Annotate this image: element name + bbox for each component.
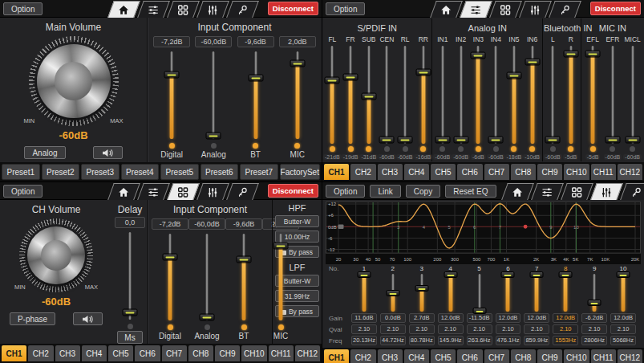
slider-handle[interactable] (325, 76, 340, 84)
copy-button[interactable]: Copy (406, 185, 440, 198)
eq-qval-value[interactable]: 2.10 (409, 324, 435, 334)
slider-handle[interactable] (530, 271, 544, 278)
eq-gain-value[interactable]: 11.6dB (351, 313, 377, 323)
slider-handle[interactable] (357, 271, 371, 278)
eq-gain-value[interactable]: 12.0dB (438, 313, 464, 323)
eq-band-slider[interactable] (531, 274, 542, 312)
slider-handle[interactable] (415, 68, 431, 75)
slider-handle[interactable] (163, 253, 178, 260)
ch-tab-ch12[interactable]: CH12 (295, 345, 320, 361)
tab-key[interactable] (620, 183, 644, 200)
ch-tab-ch8[interactable]: CH8 (511, 164, 536, 180)
slider-handle[interactable] (123, 309, 138, 316)
tab-mixer[interactable] (531, 183, 564, 200)
ch-tab-ch5[interactable]: CH5 (431, 349, 456, 363)
eq-freq-value[interactable]: 80.78Hz (409, 336, 435, 345)
input-gain-slider[interactable] (164, 234, 176, 320)
input-gain-value[interactable]: 2,0dB (279, 36, 316, 47)
preset-button-preset7[interactable]: Preset7 (240, 164, 278, 180)
eq-qval-value[interactable]: 2.10 (524, 324, 549, 334)
tab-home[interactable] (430, 1, 463, 18)
reset-eq-button[interactable]: Reset EQ (445, 185, 496, 198)
preset-button-preset1[interactable]: Preset1 (2, 164, 40, 180)
ch-tab-ch11[interactable]: CH11 (591, 349, 616, 363)
tab-grid[interactable] (561, 183, 593, 200)
slider-handle[interactable] (435, 137, 450, 144)
eq-band-slider[interactable] (502, 274, 513, 312)
input-gain-value[interactable]: -7,2dB (152, 218, 188, 230)
tab-mixer[interactable] (137, 183, 170, 200)
eq-freq-value[interactable]: 1553Hz (553, 336, 578, 345)
eq-band-slider[interactable] (589, 274, 600, 312)
delay-slider[interactable] (124, 232, 136, 320)
preset-button-preset2[interactable]: Preset2 (42, 164, 80, 180)
input-gain-slider[interactable] (200, 234, 213, 320)
eq-band-slider[interactable] (416, 274, 427, 312)
tab-mixer[interactable] (460, 1, 492, 18)
tab-home[interactable] (107, 1, 140, 18)
eq-qval-value[interactable]: 2.10 (553, 324, 578, 334)
tab-grid[interactable] (167, 1, 200, 18)
slider-handle[interactable] (453, 137, 468, 144)
slider-handle[interactable] (273, 243, 289, 250)
ch-tab-ch4[interactable]: CH4 (404, 164, 429, 180)
ch-tab-ch6[interactable]: CH6 (457, 349, 482, 363)
slider-handle[interactable] (206, 132, 221, 139)
ch-tab-ch3[interactable]: CH3 (378, 349, 403, 363)
slider-handle[interactable] (506, 71, 521, 79)
eq-gain-value[interactable]: 12.0dB (496, 313, 521, 323)
slider-handle[interactable] (343, 73, 358, 80)
preset-button-preset6[interactable]: Preset6 (200, 164, 239, 180)
ch-tab-ch2[interactable]: CH2 (350, 164, 375, 180)
tab-mixer[interactable] (137, 1, 170, 18)
eq-qval-value[interactable]: 2.10 (496, 324, 521, 334)
eq-gain-value[interactable]: -11.5dB (467, 313, 492, 323)
slider-handle[interactable] (398, 137, 413, 144)
input-gain-value[interactable]: -9,6dB (237, 36, 274, 47)
ch-tab-ch8[interactable]: CH8 (188, 345, 213, 361)
preset-button-preset4[interactable]: Preset4 (121, 164, 160, 180)
eq-freq-value[interactable]: 859.9Hz (524, 336, 549, 345)
ch-tab-ch9[interactable]: CH9 (537, 349, 562, 363)
eq-band-slider[interactable] (618, 274, 629, 312)
eq-freq-value[interactable]: 2806Hz (581, 336, 607, 345)
hpf-type-button[interactable]: Butter-W (275, 215, 319, 227)
eq-qval-value[interactable]: 2.10 (351, 324, 377, 334)
slider-handle[interactable] (545, 137, 561, 144)
tab-home[interactable] (501, 183, 534, 200)
channel-level-slider[interactable] (547, 46, 558, 144)
channel-level-slider[interactable] (527, 46, 538, 144)
option-button[interactable]: Option (326, 185, 365, 198)
input-gain-value[interactable]: -60,0dB (195, 36, 232, 47)
main-volume-knob[interactable]: MIN MAX (29, 36, 119, 126)
eq-band-slider[interactable] (560, 274, 571, 312)
ch-tab-ch7[interactable]: CH7 (162, 345, 187, 361)
slider-handle[interactable] (605, 137, 620, 144)
ch-tab-ch10[interactable]: CH10 (241, 345, 266, 361)
channel-level-slider[interactable] (381, 46, 392, 144)
ch-tab-ch10[interactable]: CH10 (564, 164, 589, 180)
ch-tab-ch4[interactable]: CH4 (82, 345, 107, 361)
ch-volume-knob[interactable]: MIN MAX (19, 218, 93, 292)
ch-tab-ch9[interactable]: CH9 (215, 345, 240, 361)
slider-handle[interactable] (164, 71, 180, 79)
slider-handle[interactable] (563, 51, 578, 58)
mute-button[interactable] (73, 312, 103, 325)
ch-tab-ch1[interactable]: CH1 (324, 349, 349, 363)
eq-gain-value[interactable]: -6.2dB (581, 313, 607, 323)
eq-gain-value[interactable]: 0.0dB (380, 313, 406, 323)
ch-tab-ch5[interactable]: CH5 (431, 164, 456, 180)
ch-tab-ch7[interactable]: CH7 (484, 349, 509, 363)
input-gain-slider[interactable] (249, 51, 262, 139)
eq-freq-value[interactable]: 20.13Hz (351, 336, 377, 345)
p-phase-button[interactable]: P-phase (10, 312, 55, 325)
channel-level-slider[interactable] (326, 46, 338, 144)
ch-tab-ch9[interactable]: CH9 (537, 164, 562, 180)
channel-level-slider[interactable] (565, 46, 577, 144)
slider-handle[interactable] (415, 285, 428, 292)
eq-qval-value[interactable]: 2.10 (380, 324, 406, 334)
ms-unit-button[interactable]: Ms (117, 331, 142, 344)
ch-tab-ch8[interactable]: CH8 (511, 349, 536, 363)
ch-tab-ch7[interactable]: CH7 (484, 164, 509, 180)
input-gain-slider[interactable] (291, 51, 304, 139)
